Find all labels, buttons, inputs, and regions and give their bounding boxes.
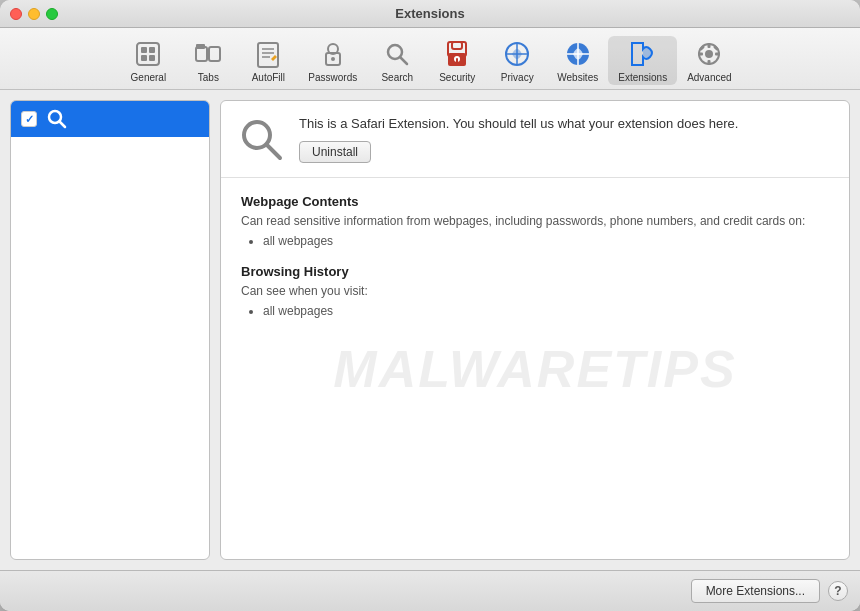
svg-line-39 [267, 145, 280, 158]
uninstall-button[interactable]: Uninstall [299, 141, 371, 163]
svg-point-29 [705, 50, 713, 58]
toolbar-item-websites[interactable]: Websites [547, 36, 608, 85]
privacy-label: Privacy [501, 72, 534, 83]
advanced-icon [693, 38, 725, 70]
svg-rect-2 [149, 47, 155, 53]
permission-desc-webpage: Can read sensitive information from webp… [241, 213, 829, 230]
checkmark-icon: ✓ [25, 113, 34, 126]
bottom-bar: More Extensions... ? [0, 570, 860, 611]
extension-large-icon [237, 115, 285, 163]
autofill-label: AutoFill [252, 72, 285, 83]
permission-desc-history: Can see when you visit: [241, 283, 829, 300]
titlebar: Extensions [0, 0, 860, 28]
toolbar-item-security[interactable]: Security [427, 36, 487, 85]
svg-rect-30 [708, 43, 711, 48]
svg-rect-0 [137, 43, 159, 65]
svg-rect-6 [209, 47, 220, 61]
svg-rect-21 [456, 58, 458, 63]
maximize-button[interactable] [46, 8, 58, 20]
watermark-text: MALWARETIPS [333, 339, 736, 399]
titlebar-buttons [10, 8, 58, 20]
minimize-button[interactable] [28, 8, 40, 20]
close-button[interactable] [10, 8, 22, 20]
svg-line-37 [60, 122, 66, 128]
websites-label: Websites [557, 72, 598, 83]
security-label: Security [439, 72, 475, 83]
websites-icon [562, 38, 594, 70]
svg-rect-5 [196, 47, 207, 61]
toolbar-item-extensions[interactable]: Extensions [608, 36, 677, 85]
tabs-icon [192, 38, 224, 70]
sidebar-extension-icon [45, 107, 69, 131]
permission-list-webpage: all webpages [241, 234, 829, 248]
window-title: Extensions [395, 6, 464, 21]
extension-description-text: This is a Safari Extension. You should t… [299, 115, 833, 133]
search-toolbar-icon [381, 38, 413, 70]
extension-detail-panel: This is a Safari Extension. You should t… [220, 100, 850, 560]
svg-rect-7 [196, 44, 205, 49]
toolbar: General Tabs [0, 28, 860, 90]
tabs-label: Tabs [198, 72, 219, 83]
permission-item-webpage-0: all webpages [263, 234, 829, 248]
help-button[interactable]: ? [828, 581, 848, 601]
permission-section-history: Browsing History Can see when you visit:… [241, 264, 829, 318]
svg-rect-1 [141, 47, 147, 53]
extension-checkbox[interactable]: ✓ [21, 111, 37, 127]
svg-rect-33 [715, 53, 720, 56]
advanced-label: Advanced [687, 72, 731, 83]
security-icon [441, 38, 473, 70]
toolbar-item-tabs[interactable]: Tabs [178, 36, 238, 85]
svg-rect-3 [141, 55, 147, 61]
extensions-icon [627, 38, 659, 70]
extension-description: This is a Safari Extension. You should t… [299, 115, 833, 163]
svg-rect-32 [698, 53, 703, 56]
svg-rect-4 [149, 55, 155, 61]
extensions-label: Extensions [618, 72, 667, 83]
toolbar-items: General Tabs [118, 36, 741, 85]
passwords-icon [317, 38, 349, 70]
passwords-label: Passwords [308, 72, 357, 83]
svg-rect-31 [708, 60, 711, 65]
toolbar-item-privacy[interactable]: Privacy [487, 36, 547, 85]
toolbar-item-passwords[interactable]: Passwords [298, 36, 367, 85]
permission-title-webpage: Webpage Contents [241, 194, 829, 209]
toolbar-item-advanced[interactable]: Advanced [677, 36, 741, 85]
toolbar-item-autofill[interactable]: AutoFill [238, 36, 298, 85]
search-label: Search [381, 72, 413, 83]
permission-item-history-0: all webpages [263, 304, 829, 318]
general-icon [132, 38, 164, 70]
detail-header: This is a Safari Extension. You should t… [221, 101, 849, 178]
toolbar-item-general[interactable]: General [118, 36, 178, 85]
toolbar-item-search[interactable]: Search [367, 36, 427, 85]
detail-body: MALWARETIPS Webpage Contents Can read se… [221, 178, 849, 559]
permission-title-history: Browsing History [241, 264, 829, 279]
privacy-icon [501, 38, 533, 70]
extensions-sidebar: ✓ [10, 100, 210, 560]
permission-section-webpage: Webpage Contents Can read sensitive info… [241, 194, 829, 248]
sidebar-item-search-extension[interactable]: ✓ [11, 101, 209, 137]
permission-list-history: all webpages [241, 304, 829, 318]
autofill-icon [252, 38, 284, 70]
more-extensions-button[interactable]: More Extensions... [691, 579, 820, 603]
svg-line-16 [400, 57, 407, 64]
main-window: Extensions General [0, 0, 860, 611]
general-label: General [131, 72, 167, 83]
svg-rect-18 [452, 42, 462, 49]
main-content: ✓ This is [0, 90, 860, 570]
svg-point-14 [331, 57, 335, 61]
